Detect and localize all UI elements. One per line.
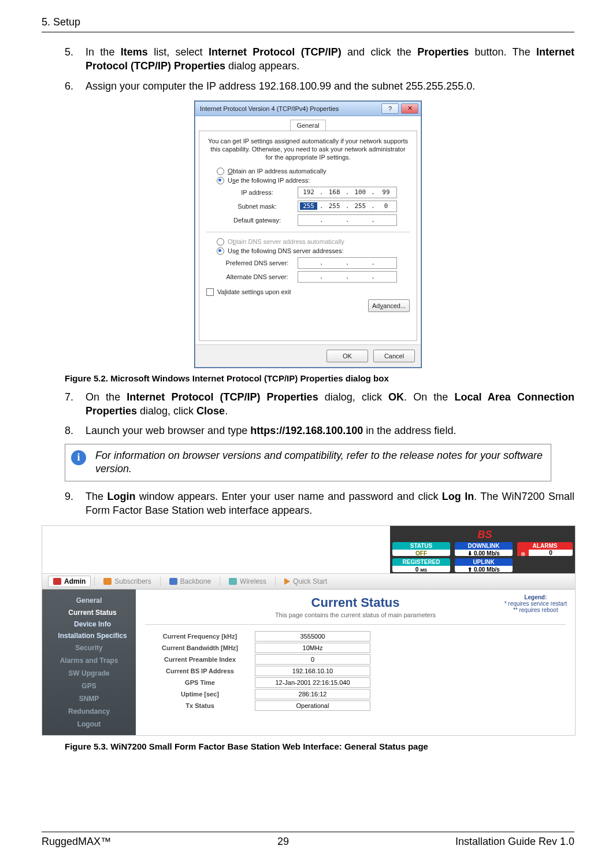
sidebar-general[interactable]: General	[42, 594, 136, 607]
wireless-icon	[229, 578, 237, 585]
field-ip-address: IP address: 192. 168. 100. 99	[217, 187, 410, 198]
step-number: 7.	[65, 390, 86, 418]
page-subtitle: This page contains the current status of…	[145, 611, 566, 618]
pill-registered: REGISTERED 0 MS	[392, 558, 450, 572]
radio-label: Use the following DNS server addresses:	[228, 247, 344, 254]
sidebar-alarms[interactable]: Alarms and Traps	[42, 654, 136, 667]
nav-admin[interactable]: Admin	[48, 576, 91, 587]
step-number: 5.	[65, 45, 86, 73]
sidebar-logout[interactable]: Logout	[42, 718, 136, 730]
advanced-button[interactable]: Advanced...	[368, 299, 410, 312]
dialog-footer: OK Cancel	[195, 344, 421, 367]
step-text: Launch your web browser and type https:/…	[86, 424, 574, 437]
radio-label: Use the following IP address:	[228, 177, 310, 184]
page-header: 5. Setup	[42, 16, 574, 32]
field-pdns: Preferred DNS server: ...	[217, 257, 410, 269]
step-number: 6.	[65, 79, 86, 93]
step-text: Assign your computer the IP address 192.…	[86, 79, 574, 93]
step-5: 5. In the Items list, select Internet Pr…	[65, 45, 574, 73]
sidebar-security[interactable]: Security	[42, 641, 136, 654]
page-footer: RuggedMAX™ 29 Installation Guide Rev 1.0	[42, 832, 574, 848]
subnet-input[interactable]: 255. 255. 255. 0	[298, 201, 397, 212]
nav-quickstart[interactable]: Quick Start	[279, 576, 332, 587]
radio-use-dns[interactable]: Use the following DNS server addresses:	[217, 247, 410, 255]
pill-status: STATUS OFF	[392, 542, 450, 556]
page-title: Current Status	[145, 595, 566, 610]
sidebar-sw-upgrade[interactable]: SW Upgrade	[42, 667, 136, 680]
intro-text: You can get IP settings assigned automat…	[206, 137, 410, 162]
ok-button[interactable]: OK	[326, 350, 368, 362]
pill-alarms: ALARMS ⊗0 ?0 ✔0	[517, 542, 573, 556]
admin-icon	[53, 578, 61, 585]
figure-caption-1: Figure 5.2. Microsoft Windows Internet P…	[65, 373, 574, 383]
subscribers-icon	[103, 578, 112, 585]
radio-label: Obtain DNS server address automatically	[228, 238, 344, 245]
gateway-input[interactable]: . . .	[298, 214, 397, 226]
ip-input[interactable]: 192. 168. 100. 99	[298, 187, 397, 198]
radio-icon	[217, 247, 224, 255]
sidebar-current-status[interactable]: Current Status	[42, 607, 136, 618]
tab-general[interactable]: General	[290, 120, 325, 131]
radio-obtain-dns: Obtain DNS server address automatically	[217, 238, 410, 246]
quickstart-icon	[284, 578, 290, 585]
info-icon: i	[71, 450, 86, 465]
row-value: 12-Jan-2001 22:16:15.040	[255, 677, 370, 688]
row-label: Current Frequency [kHz]	[145, 633, 255, 640]
radio-obtain-ip[interactable]: Obtain an IP address automatically	[217, 168, 410, 175]
step-number: 9.	[65, 490, 86, 518]
navbar: Admin Subscribers Backbone Wireless Quic…	[42, 573, 575, 589]
backbone-icon	[169, 578, 177, 585]
dialog-titlebar: Internet Protocol Version 4 (TCP/IPv4) P…	[195, 102, 421, 116]
step-text: The Login window appears. Enter your use…	[86, 490, 574, 518]
radio-icon	[217, 238, 224, 246]
adns-input[interactable]: ...	[298, 271, 397, 283]
footer-left: RuggedMAX™	[42, 836, 111, 848]
nav-wireless[interactable]: Wireless	[224, 576, 272, 587]
main-content: Legend: * requires service restart ** re…	[136, 589, 575, 735]
stats-panel: BS STATUS OFF DOWNLINK ⬇ 0.00 Mb/s ALARM…	[390, 526, 575, 573]
label: Subnet mask:	[217, 203, 298, 210]
radio-label: Obtain an IP address automatically	[228, 168, 326, 175]
row-value: Operational	[255, 700, 370, 711]
sidebar-device-info[interactable]: Device Info	[42, 618, 136, 630]
sidebar-installation[interactable]: Installation Specifics	[42, 630, 136, 641]
bs-label: BS	[390, 529, 575, 541]
row-value: 10MHz	[255, 643, 370, 653]
logo-area	[42, 526, 390, 573]
label: Alternate DNS server:	[217, 273, 298, 280]
sidebar: General Current Status Device Info Insta…	[42, 589, 136, 735]
figure-web: BS STATUS OFF DOWNLINK ⬇ 0.00 Mb/s ALARM…	[42, 525, 574, 736]
row-value: 3555000	[255, 631, 370, 641]
status-table: Current Frequency [kHz]3555000 Current B…	[145, 631, 566, 711]
pdns-input[interactable]: ...	[298, 257, 397, 269]
sidebar-gps[interactable]: GPS	[42, 680, 136, 692]
tcpip-dialog: Internet Protocol Version 4 (TCP/IPv4) P…	[195, 101, 421, 368]
step-8: 8. Launch your web browser and type http…	[65, 424, 574, 437]
checkbox-label: Validate settings upon exit	[217, 288, 291, 295]
step-number: 8.	[65, 424, 86, 437]
close-button[interactable]: ✕	[401, 103, 418, 114]
step-6: 6. Assign your computer the IP address 1…	[65, 79, 574, 93]
step-text: In the Items list, select Internet Proto…	[86, 45, 574, 73]
label: IP address:	[217, 189, 298, 196]
step-text: On the Internet Protocol (TCP/IP) Proper…	[86, 390, 574, 418]
figure-dialog: Internet Protocol Version 4 (TCP/IPv4) P…	[42, 101, 574, 368]
validate-checkbox[interactable]: Validate settings upon exit	[206, 288, 410, 296]
field-adns: Alternate DNS server: ...	[217, 271, 410, 283]
radio-icon	[217, 177, 224, 184]
label: Default gateway:	[217, 217, 298, 224]
row-value: 0	[255, 654, 370, 665]
sidebar-snmp[interactable]: SNMP	[42, 692, 136, 705]
radio-use-ip[interactable]: Use the following IP address:	[217, 177, 410, 184]
help-button[interactable]: ?	[381, 103, 399, 114]
nav-backbone[interactable]: Backbone	[164, 576, 216, 587]
field-subnet: Subnet mask: 255. 255. 255. 0	[217, 201, 410, 212]
footer-right: Installation Guide Rev 1.0	[455, 836, 574, 848]
row-value: 192.168.10.10	[255, 666, 370, 676]
row-label: Current Preamble Index	[145, 656, 255, 663]
cancel-button[interactable]: Cancel	[373, 350, 415, 362]
nav-subscribers[interactable]: Subscribers	[98, 576, 156, 587]
row-value: 286:16:12	[255, 689, 370, 699]
field-gateway: Default gateway: . . .	[217, 214, 410, 226]
sidebar-redundancy[interactable]: Redundancy	[42, 705, 136, 718]
